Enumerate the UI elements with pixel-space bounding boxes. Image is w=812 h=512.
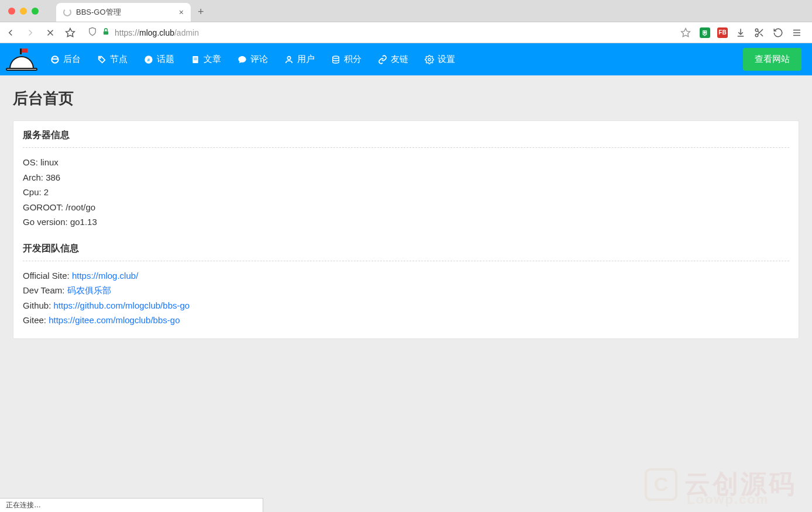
info-label: Go version: bbox=[23, 217, 70, 227]
doc-icon bbox=[191, 55, 200, 64]
loading-spinner-icon bbox=[63, 8, 71, 16]
team-info-list: Official Site: https://mlog.club/Dev Tea… bbox=[23, 268, 789, 328]
svg-point-22 bbox=[428, 58, 431, 61]
nav-item-link[interactable]: 友链 bbox=[378, 54, 408, 65]
gear-icon bbox=[425, 55, 434, 64]
nav-item-label: 话题 bbox=[157, 54, 174, 65]
nav-item-label: 后台 bbox=[63, 54, 81, 65]
nav-item-label: 用户 bbox=[297, 54, 315, 65]
nav-item-label: 友链 bbox=[391, 54, 408, 65]
window-minimize-button[interactable] bbox=[20, 8, 27, 15]
extension-fb-icon[interactable]: FB bbox=[717, 27, 728, 38]
info-label: Arch: bbox=[23, 172, 46, 182]
nav-item-user[interactable]: 用户 bbox=[284, 54, 315, 65]
nav-item-tag[interactable]: 节点 bbox=[97, 54, 128, 65]
info-value: 386 bbox=[46, 172, 60, 182]
info-line: Official Site: https://mlog.club/ bbox=[23, 268, 789, 283]
info-value: linux bbox=[40, 157, 59, 167]
nav-item-label: 评论 bbox=[250, 54, 268, 65]
comment-icon bbox=[238, 55, 247, 64]
info-link[interactable]: https://mlog.club/ bbox=[72, 271, 138, 281]
app-logo[interactable] bbox=[6, 49, 37, 71]
info-label: Gitee: bbox=[23, 315, 49, 325]
info-value: 2 bbox=[44, 187, 49, 197]
view-site-button[interactable]: 查看网站 bbox=[743, 48, 801, 71]
browser-tab-strip: BBS-GO管理 × + bbox=[0, 0, 812, 22]
scissors-icon[interactable] bbox=[753, 27, 765, 39]
url-input[interactable]: https://mlog.club/admin bbox=[84, 27, 672, 38]
nav-item-doc[interactable]: 文章 bbox=[191, 54, 221, 65]
svg-point-21 bbox=[333, 56, 339, 58]
svg-point-7 bbox=[755, 34, 758, 37]
info-line: Gitee: https://gitee.com/mlogclub/bbs-go bbox=[23, 313, 789, 328]
info-line: Github: https://github.com/mlogclub/bbs-… bbox=[23, 298, 789, 313]
info-label: OS: bbox=[23, 157, 40, 167]
svg-line-9 bbox=[761, 33, 763, 36]
extension-shield-icon[interactable]: ⛨ bbox=[700, 27, 710, 38]
downloads-icon[interactable] bbox=[735, 27, 746, 39]
link-icon bbox=[378, 55, 387, 64]
tag-icon bbox=[97, 55, 106, 64]
history-icon[interactable] bbox=[772, 27, 784, 39]
nav-item-label: 文章 bbox=[204, 54, 221, 65]
forward-button[interactable] bbox=[25, 27, 36, 39]
nav-item-dashboard[interactable]: 后台 bbox=[50, 54, 81, 65]
coin-icon bbox=[331, 55, 340, 64]
back-button[interactable] bbox=[5, 27, 16, 39]
main-nav: 后台节点#话题文章评论用户积分友链设置 bbox=[50, 54, 455, 65]
svg-point-6 bbox=[755, 29, 758, 32]
nav-item-comment[interactable]: 评论 bbox=[238, 54, 268, 65]
svg-point-20 bbox=[287, 56, 290, 59]
close-icon[interactable]: × bbox=[179, 8, 184, 17]
nav-item-label: 积分 bbox=[344, 54, 362, 65]
bookmark-star-icon[interactable] bbox=[64, 27, 76, 39]
info-label: Github: bbox=[23, 300, 54, 310]
page-title: 后台首页 bbox=[13, 88, 799, 109]
tab-title: BBS-GO管理 bbox=[76, 7, 121, 18]
star-outline-icon[interactable] bbox=[680, 27, 691, 39]
svg-point-14 bbox=[99, 57, 101, 58]
url-text: https://mlog.club/admin bbox=[115, 28, 199, 37]
browser-tab[interactable]: BBS-GO管理 × bbox=[56, 3, 191, 22]
info-line: Arch: 386 bbox=[23, 170, 789, 185]
status-bar: 正在连接… bbox=[0, 498, 263, 512]
nav-item-coin[interactable]: 积分 bbox=[331, 54, 362, 65]
info-link[interactable]: https://github.com/mlogclub/bbs-go bbox=[54, 300, 190, 310]
info-line: Dev Team: 码农俱乐部 bbox=[23, 283, 789, 298]
info-link[interactable]: https://gitee.com/mlogclub/bbs-go bbox=[49, 315, 180, 325]
lock-icon bbox=[102, 27, 110, 37]
tabs-area: BBS-GO管理 × + bbox=[56, 0, 204, 22]
page-content: 后台首页 服务器信息 OS: linuxArch: 386Cpu: 2GOROO… bbox=[0, 75, 812, 352]
window-close-button[interactable] bbox=[8, 8, 15, 15]
new-tab-button[interactable]: + bbox=[198, 6, 204, 18]
info-line: Cpu: 2 bbox=[23, 185, 789, 200]
nav-item-hash[interactable]: #话题 bbox=[144, 54, 174, 65]
info-label: Cpu: bbox=[23, 187, 44, 197]
server-info-heading: 服务器信息 bbox=[23, 129, 789, 148]
stop-button[interactable] bbox=[44, 27, 56, 39]
svg-rect-3 bbox=[104, 31, 108, 34]
info-label: GOROOT: bbox=[23, 202, 66, 212]
traffic-lights bbox=[8, 8, 39, 15]
nav-item-gear[interactable]: 设置 bbox=[425, 54, 455, 65]
info-value: /root/go bbox=[66, 202, 95, 212]
hash-icon: # bbox=[144, 55, 153, 64]
info-link[interactable]: 码农俱乐部 bbox=[67, 285, 111, 295]
window-maximize-button[interactable] bbox=[32, 8, 39, 15]
info-line: GOROOT: /root/go bbox=[23, 200, 789, 215]
svg-line-10 bbox=[758, 31, 759, 33]
info-line: OS: linux bbox=[23, 155, 789, 170]
info-line: Go version: go1.13 bbox=[23, 215, 789, 230]
dashboard-icon bbox=[50, 55, 60, 64]
toolbar-right: ⛨ FB bbox=[700, 27, 803, 39]
address-bar: https://mlog.club/admin ⛨ FB bbox=[0, 22, 812, 43]
watermark: C 云创源码 Loowp.com bbox=[645, 467, 797, 501]
nav-item-label: 设置 bbox=[438, 54, 455, 65]
app-header: 后台节点#话题文章评论用户积分友链设置 查看网站 bbox=[0, 43, 812, 75]
info-value: go1.13 bbox=[70, 217, 97, 227]
menu-icon[interactable] bbox=[791, 27, 803, 39]
svg-marker-2 bbox=[66, 28, 75, 36]
info-label: Official Site: bbox=[23, 271, 72, 281]
server-info-list: OS: linuxArch: 386Cpu: 2GOROOT: /root/go… bbox=[23, 155, 789, 230]
team-info-heading: 开发团队信息 bbox=[23, 243, 789, 261]
